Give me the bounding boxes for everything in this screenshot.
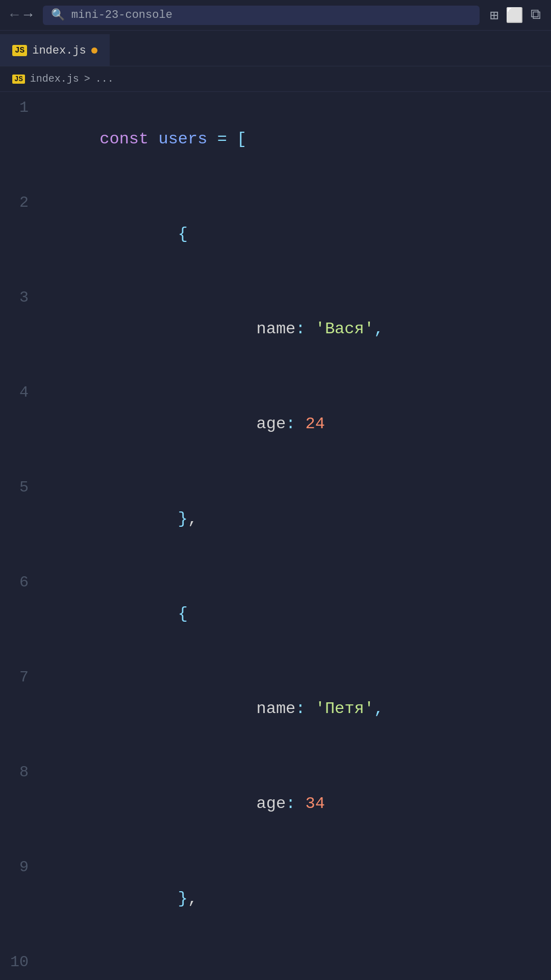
code-line-9: 9 }, — [0, 851, 551, 946]
unsaved-dot — [91, 47, 97, 54]
line-content-9: }, — [41, 851, 197, 946]
title-bar: ← → 🔍 mini-23-console ⊞ ⬜ ⧉ — [0, 0, 551, 31]
line-content-1: const users = [ — [41, 92, 246, 187]
breadcrumb-separator: > — [84, 73, 90, 85]
code-line-8: 8 age: 34 — [0, 756, 551, 851]
line-content-8: age: 34 — [41, 756, 325, 851]
line-num-3: 3 — [0, 282, 41, 313]
code-editor[interactable]: 1 const users = [ 2 { 3 name: 'Вася', 4 … — [0, 92, 551, 980]
line-content-3: name: 'Вася', — [41, 282, 384, 377]
breadcrumb-filename: index.js — [30, 73, 79, 85]
window-icon[interactable]: ⬜ — [506, 7, 523, 24]
code-line-10: 10 ]; — [0, 946, 551, 980]
line-content-7: name: 'Петя', — [41, 662, 384, 756]
line-num-8: 8 — [0, 756, 41, 788]
file-tab[interactable]: JS index.js — [0, 34, 110, 66]
search-icon: 🔍 — [51, 8, 65, 22]
search-bar[interactable]: 🔍 mini-23-console — [43, 6, 480, 25]
line-content-6: { — [41, 567, 188, 662]
line-num-2: 2 — [0, 187, 41, 218]
breadcrumb: JS index.js > ... — [0, 66, 551, 92]
line-num-4: 4 — [0, 377, 41, 408]
js-icon: JS — [12, 45, 27, 56]
line-num-1: 1 — [0, 92, 41, 124]
line-num-5: 5 — [0, 472, 41, 503]
forward-button[interactable]: → — [24, 7, 33, 23]
line-num-6: 6 — [0, 567, 41, 598]
nav-buttons: ← → — [10, 7, 33, 23]
line-content-4: age: 24 — [41, 377, 325, 472]
code-line-3: 3 name: 'Вася', — [0, 282, 551, 377]
code-line-1: 1 const users = [ — [0, 92, 551, 187]
line-num-9: 9 — [0, 851, 41, 883]
back-button[interactable]: ← — [10, 7, 19, 23]
search-text: mini-23-console — [71, 9, 172, 21]
line-content-5: }, — [41, 472, 197, 567]
line-content-10: ]; — [41, 946, 119, 980]
line-content-2: { — [41, 187, 188, 282]
code-line-4: 4 age: 24 — [0, 377, 551, 472]
line-num-10: 10 — [0, 946, 41, 978]
tab-filename: index.js — [32, 44, 86, 57]
layout-icon[interactable]: ⊞ — [490, 7, 498, 24]
code-line-5: 5 }, — [0, 472, 551, 567]
code-line-2: 2 { — [0, 187, 551, 282]
breadcrumb-path: ... — [95, 73, 114, 85]
line-num-7: 7 — [0, 662, 41, 693]
split-icon[interactable]: ⧉ — [531, 7, 541, 23]
window-icons: ⊞ ⬜ ⧉ — [490, 7, 541, 24]
tab-bar: JS index.js — [0, 31, 551, 66]
code-line-6: 6 { — [0, 567, 551, 662]
code-line-7: 7 name: 'Петя', — [0, 662, 551, 756]
breadcrumb-js-icon: JS — [12, 75, 25, 84]
